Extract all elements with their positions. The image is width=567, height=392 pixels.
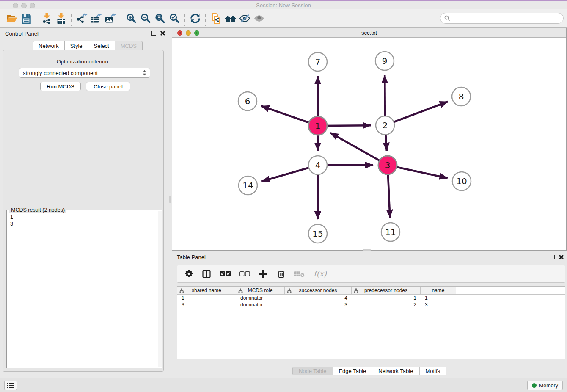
clone-network-icon[interactable]	[209, 11, 223, 25]
panel-divider-handle[interactable]	[169, 196, 171, 203]
toolbar-separator	[184, 11, 185, 26]
zoom-out-icon[interactable]	[138, 11, 153, 25]
network-window-titlebar: × − + scc.txt	[172, 28, 566, 38]
run-mcds-button[interactable]: Run MCDS	[40, 82, 81, 91]
graph-node-label: 11	[385, 227, 396, 237]
mcds-result-list: 13	[7, 211, 158, 368]
tab-motifs[interactable]: Motifs	[419, 367, 446, 375]
table-delete-icon	[294, 269, 305, 279]
criterion-value: strongly connected component	[23, 70, 98, 76]
status-bar: Memory	[0, 378, 567, 392]
checked-boxes-icon[interactable]	[220, 269, 231, 279]
trash-icon[interactable]	[276, 269, 286, 279]
search-icon	[444, 15, 450, 21]
graph-node-label: 15	[312, 229, 323, 239]
table-cell: 4	[285, 295, 352, 301]
tab-style[interactable]: Style	[64, 41, 88, 50]
table-cell: 2	[352, 301, 421, 308]
column-header-predecessor-nodes[interactable]: predecessor nodes	[352, 287, 421, 294]
toolbar-separator	[121, 11, 121, 26]
export-network-icon[interactable]	[74, 11, 89, 25]
import-table-icon[interactable]	[54, 11, 68, 25]
export-table-icon[interactable]	[89, 11, 103, 25]
list-icon	[7, 383, 14, 389]
app-title: Session: New Session	[0, 2, 567, 8]
column-header-mcds-role[interactable]: MCDS role	[236, 287, 285, 294]
table-cell: 1	[352, 295, 421, 301]
memory-label: Memory	[539, 383, 558, 389]
mcds-result-item[interactable]: 1	[10, 214, 154, 221]
mcds-result-item[interactable]: 3	[10, 221, 154, 227]
refresh-icon[interactable]	[188, 11, 202, 25]
plus-icon[interactable]	[259, 269, 268, 279]
table-body: 1dominator4113dominator323	[177, 295, 565, 308]
memory-status-icon	[532, 383, 537, 388]
tab-edge-table[interactable]: Edge Table	[332, 367, 372, 375]
column-header-shared-name[interactable]: shared name	[177, 287, 236, 294]
panel-divider-handle[interactable]	[363, 249, 371, 251]
float-panel-icon[interactable]	[151, 31, 156, 36]
table-cell: 3	[177, 301, 236, 308]
export-image-icon[interactable]	[103, 11, 118, 25]
table-tabs: Node TableEdge TableNetwork TableMotifs	[292, 367, 446, 375]
toolbar-separator	[36, 11, 36, 26]
zoom-in-icon[interactable]	[124, 11, 138, 25]
float-panel-icon[interactable]	[550, 255, 555, 259]
close-panel-icon[interactable]	[559, 254, 564, 259]
fx-icon: f(x)	[314, 269, 327, 279]
table-header-row: shared nameMCDS rolesuccessor nodesprede…	[177, 287, 565, 295]
graph-node-label: 9	[382, 56, 388, 66]
close-panel-icon[interactable]	[160, 30, 165, 36]
network-view-window: × − + scc.txt 1234678910111415	[172, 28, 567, 251]
table-cell: dominator	[236, 301, 285, 308]
split-columns-icon[interactable]	[202, 269, 211, 279]
save-session-icon[interactable]	[19, 11, 33, 25]
column-header-name[interactable]: name	[421, 287, 456, 294]
edge-2-8[interactable]	[385, 102, 448, 125]
home-network-icon[interactable]	[223, 11, 237, 25]
table-panel: Table Panel f(x) shared nameMCDS rolesuc…	[172, 252, 567, 377]
search-box[interactable]	[440, 13, 564, 24]
hide-selected-icon[interactable]	[237, 11, 252, 25]
gear-icon[interactable]	[184, 269, 193, 279]
graph-node-label: 2	[383, 120, 388, 130]
result-scrollbar[interactable]	[158, 211, 162, 367]
node-table: shared nameMCDS rolesuccessor nodesprede…	[177, 286, 565, 359]
network-graph: 1234678910111415	[172, 38, 566, 250]
zoom-selected-icon[interactable]	[167, 11, 182, 25]
import-network-icon[interactable]	[39, 11, 54, 25]
network-canvas[interactable]: 1234678910111415	[172, 38, 566, 250]
memory-button[interactable]: Memory	[527, 381, 563, 390]
mcds-panel: Optimization criterion: strongly connect…	[3, 50, 164, 372]
column-header-successor-nodes[interactable]: successor nodes	[285, 287, 352, 294]
graph-node-label: 6	[245, 96, 250, 106]
table-panel-title: Table Panel	[177, 254, 206, 260]
graph-node-label: 3	[385, 160, 391, 170]
tab-select[interactable]: Select	[88, 41, 115, 50]
tab-node-table[interactable]: Node Table	[292, 367, 333, 375]
close-panel-button[interactable]: Close panel	[86, 82, 130, 91]
graph-node-label: 1	[315, 121, 321, 131]
toolbar-separator	[71, 11, 72, 26]
app-titlebar: Session: New Session	[0, 1, 567, 9]
criterion-select[interactable]: strongly connected component	[19, 68, 150, 78]
tab-network-table[interactable]: Network Table	[372, 367, 419, 375]
open-file-icon[interactable]	[4, 11, 19, 25]
table-row[interactable]: 3dominator323	[177, 301, 565, 308]
zoom-fit-icon[interactable]	[153, 11, 167, 25]
table-cell: dominator	[236, 295, 285, 301]
table-cell: 3	[285, 301, 352, 308]
graph-node-label: 14	[242, 180, 253, 190]
graph-node-label: 10	[456, 176, 467, 186]
table-row[interactable]: 1dominator411	[177, 295, 565, 301]
control-panel-title: Control Panel	[5, 30, 39, 37]
table-toolbar: f(x)	[177, 265, 565, 283]
search-input[interactable]	[453, 15, 563, 22]
show-all-icon[interactable]	[252, 11, 266, 25]
table-cell: 1	[421, 295, 456, 301]
tab-network[interactable]: Network	[33, 41, 64, 50]
unchecked-boxes-icon[interactable]	[239, 269, 250, 279]
task-history-button[interactable]	[4, 381, 17, 390]
mcds-result-group: MCDS result (2 nodes) 13	[6, 210, 162, 368]
tab-mcds[interactable]: MCDS	[115, 41, 143, 50]
